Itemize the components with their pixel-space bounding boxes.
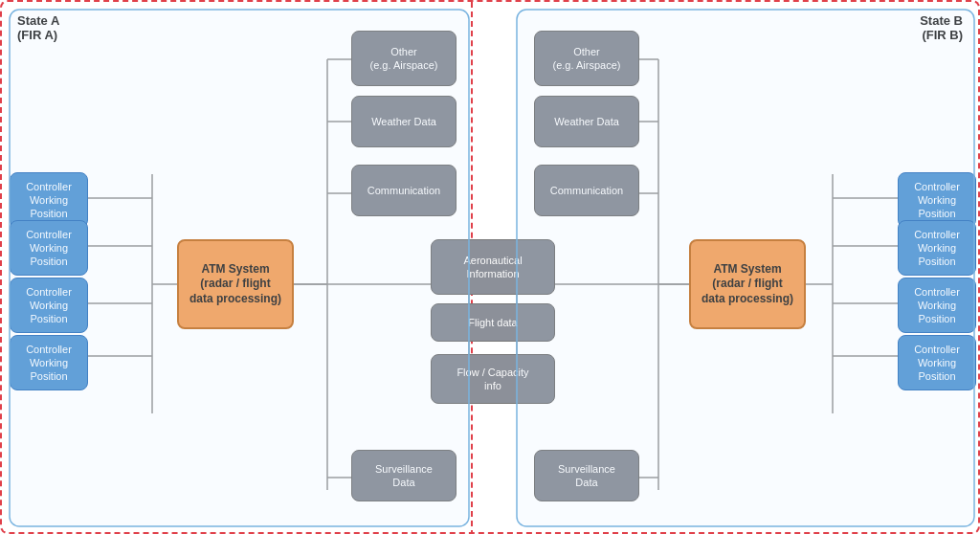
left-cwp-2: ControllerWorkingPosition xyxy=(10,220,88,276)
weather-left: Weather Data xyxy=(351,96,457,147)
flight-data: Flight data xyxy=(431,303,555,342)
communication-left: Communication xyxy=(351,165,457,216)
state-b-title: State B xyxy=(920,13,963,28)
atm-left: ATM System(radar / flightdata processing… xyxy=(177,239,294,329)
left-cwp-4: ControllerWorkingPosition xyxy=(10,335,88,390)
state-a-subtitle: (FIR A) xyxy=(17,28,57,42)
right-cwp-4: ControllerWorkingPosition xyxy=(898,335,976,390)
communication-right: Communication xyxy=(534,165,639,216)
surveillance-left: SurveillanceData xyxy=(351,450,457,501)
state-a-label: State A (FIR A) xyxy=(17,13,59,42)
other-left: Other(e.g. Airspace) xyxy=(351,31,457,86)
main-container: State A (FIR A) State B (FIR B) xyxy=(0,0,980,534)
state-b-subtitle: (FIR B) xyxy=(922,28,963,42)
surveillance-right: SurveillanceData xyxy=(534,450,639,501)
state-b-label: State B (FIR B) xyxy=(920,13,963,42)
state-a-title: State A xyxy=(17,13,59,28)
flow-capacity: Flow / Capacityinfo xyxy=(431,354,555,404)
other-right: Other(e.g. Airspace) xyxy=(534,31,639,86)
atm-right: ATM System(radar / flightdata processing… xyxy=(689,239,806,329)
weather-right: Weather Data xyxy=(534,96,639,147)
left-cwp-3: ControllerWorkingPosition xyxy=(10,278,88,333)
right-cwp-2: ControllerWorkingPosition xyxy=(898,220,976,276)
aeronautical-info: AeronauticalInformation xyxy=(431,239,555,295)
right-cwp-3: ControllerWorkingPosition xyxy=(898,278,976,333)
